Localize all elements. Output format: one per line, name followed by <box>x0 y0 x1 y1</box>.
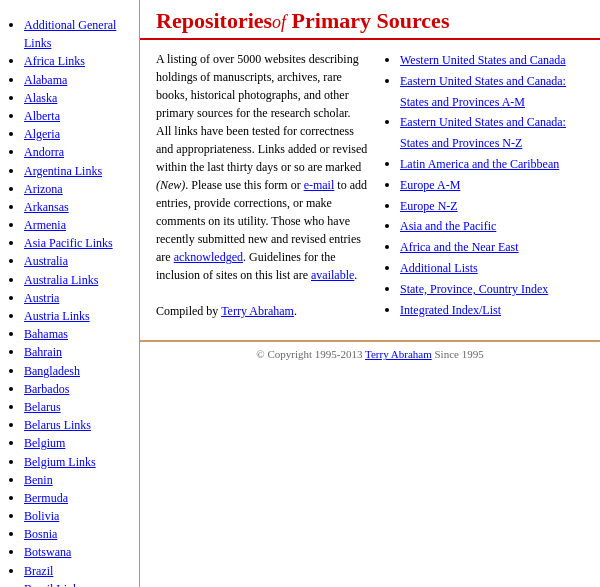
sidebar-link[interactable]: Additional General Links <box>24 18 116 50</box>
sidebar-link[interactable]: Bolivia <box>24 509 59 523</box>
sidebar-link[interactable]: Brazil <box>24 564 53 578</box>
sidebar-list-item: Algeria <box>24 125 135 143</box>
sidebar-link[interactable]: Andorra <box>24 145 64 159</box>
sidebar-list-item: Brazil Links <box>24 580 135 587</box>
sidebar-list-item: Armenia <box>24 216 135 234</box>
sidebar-list-item: Austria Links <box>24 307 135 325</box>
sidebar-list-item: Belgium <box>24 434 135 452</box>
sidebar-list-item: Alaska <box>24 89 135 107</box>
sidebar-list-item: Belgium Links <box>24 453 135 471</box>
sidebar-link[interactable]: Algeria <box>24 127 60 141</box>
description-text: A listing of over 5000 websites describi… <box>156 50 368 284</box>
sidebar-link[interactable]: Belgium Links <box>24 455 96 469</box>
list-item: State, Province, Country Index <box>400 279 584 300</box>
sidebar-list-item: Benin <box>24 471 135 489</box>
sidebar-list-item: Argentina Links <box>24 162 135 180</box>
regional-link[interactable]: Africa and the Near East <box>400 240 519 254</box>
regional-link[interactable]: Eastern United States and Canada: States… <box>400 115 566 150</box>
sidebar-list-item: Alberta <box>24 107 135 125</box>
sidebar-link[interactable]: Barbados <box>24 382 69 396</box>
sidebar-list: Additional General LinksAfrica LinksAlab… <box>8 16 135 587</box>
compiled-by: Compiled by Terry Abraham. <box>156 302 368 320</box>
page-title: Repositoriesof Primary Sources <box>156 8 584 34</box>
regional-link[interactable]: Eastern United States and Canada: States… <box>400 74 566 109</box>
sidebar-link[interactable]: Armenia <box>24 218 66 232</box>
regional-link[interactable]: Europe N-Z <box>400 199 458 213</box>
sidebar-link[interactable]: Botswana <box>24 545 71 559</box>
regional-link[interactable]: Additional Lists <box>400 261 478 275</box>
sidebar-list-item: Australia Links <box>24 271 135 289</box>
links-list: Western United States and CanadaEastern … <box>384 50 584 320</box>
sidebar-link[interactable]: Belarus <box>24 400 61 414</box>
sidebar-link[interactable]: Africa Links <box>24 54 85 68</box>
new-marker: (New) <box>156 178 185 192</box>
sidebar-link[interactable]: Bosnia <box>24 527 57 541</box>
sidebar-link[interactable]: Belarus Links <box>24 418 91 432</box>
sidebar-list-item: Andorra <box>24 143 135 161</box>
sidebar-list-item: Brazil <box>24 562 135 580</box>
regional-link[interactable]: State, Province, Country Index <box>400 282 548 296</box>
regional-link[interactable]: Western United States and Canada <box>400 53 566 67</box>
description-block: A listing of over 5000 websites describi… <box>156 50 368 320</box>
regional-link[interactable]: Europe A-M <box>400 178 460 192</box>
page-layout: Additional General LinksAfrica LinksAlab… <box>0 0 600 587</box>
sidebar-list-item: Belarus <box>24 398 135 416</box>
sidebar-list-item: Additional General Links <box>24 16 135 52</box>
sidebar-link[interactable]: Alaska <box>24 91 57 105</box>
list-item: Integrated Index/List <box>400 300 584 321</box>
sidebar-link[interactable]: Alabama <box>24 73 67 87</box>
sidebar-link[interactable]: Benin <box>24 473 53 487</box>
sidebar-list-item: Bangladesh <box>24 362 135 380</box>
sidebar-link[interactable]: Brazil Links <box>24 582 84 587</box>
regional-link[interactable]: Integrated Index/List <box>400 303 501 317</box>
sidebar-link[interactable]: Bahrain <box>24 345 62 359</box>
page-header: Repositoriesof Primary Sources <box>140 0 600 40</box>
content-area: A listing of over 5000 websites describi… <box>140 40 600 330</box>
sidebar-list-item: Belarus Links <box>24 416 135 434</box>
sidebar-list-item: Austria <box>24 289 135 307</box>
sidebar-link[interactable]: Belgium <box>24 436 65 450</box>
list-item: Latin America and the Caribbean <box>400 154 584 175</box>
sidebar-list-item: Bahrain <box>24 343 135 361</box>
sidebar-link[interactable]: Asia Pacific Links <box>24 236 113 250</box>
sidebar-list-item: Asia Pacific Links <box>24 234 135 252</box>
sidebar-list-item: Alabama <box>24 71 135 89</box>
sidebar-link[interactable]: Arizona <box>24 182 63 196</box>
footer: © Copyright 1995-2013 Terry Abraham Sinc… <box>140 340 600 366</box>
sidebar-link[interactable]: Australia Links <box>24 273 98 287</box>
sidebar-link[interactable]: Austria Links <box>24 309 90 323</box>
list-item: Western United States and Canada <box>400 50 584 71</box>
list-item: Europe N-Z <box>400 196 584 217</box>
list-item: Europe A-M <box>400 175 584 196</box>
sidebar-list-item: Bolivia <box>24 507 135 525</box>
sidebar-list-item: Arizona <box>24 180 135 198</box>
available-link[interactable]: available <box>311 268 354 282</box>
list-item: Asia and the Pacific <box>400 216 584 237</box>
email-link[interactable]: e-mail <box>304 178 335 192</box>
sidebar-list-item: Bosnia <box>24 525 135 543</box>
sidebar-link[interactable]: Austria <box>24 291 59 305</box>
sidebar-link[interactable]: Arkansas <box>24 200 69 214</box>
sidebar-link[interactable]: Argentina Links <box>24 164 102 178</box>
footer-author-link[interactable]: Terry Abraham <box>365 348 432 360</box>
list-item: Additional Lists <box>400 258 584 279</box>
sidebar-list-item: Australia <box>24 252 135 270</box>
sidebar-link[interactable]: Australia <box>24 254 68 268</box>
title-repositories: Repositories <box>156 8 272 33</box>
sidebar-list-item: Barbados <box>24 380 135 398</box>
list-item: Eastern United States and Canada: States… <box>400 112 584 154</box>
regional-link[interactable]: Latin America and the Caribbean <box>400 157 559 171</box>
sidebar-link[interactable]: Bermuda <box>24 491 68 505</box>
sidebar-list-item: Arkansas <box>24 198 135 216</box>
acknowledged-link[interactable]: acknowledged <box>174 250 243 264</box>
sidebar-link[interactable]: Bahamas <box>24 327 68 341</box>
list-item: Africa and the Near East <box>400 237 584 258</box>
title-of: of <box>272 12 286 32</box>
regional-links-list: Western United States and CanadaEastern … <box>384 50 584 320</box>
main-content: Repositoriesof Primary Sources A listing… <box>140 0 600 587</box>
author-link[interactable]: Terry Abraham <box>221 304 294 318</box>
sidebar-link[interactable]: Bangladesh <box>24 364 80 378</box>
sidebar-link[interactable]: Alberta <box>24 109 60 123</box>
sidebar-list-item: Africa Links <box>24 52 135 70</box>
regional-link[interactable]: Asia and the Pacific <box>400 219 496 233</box>
